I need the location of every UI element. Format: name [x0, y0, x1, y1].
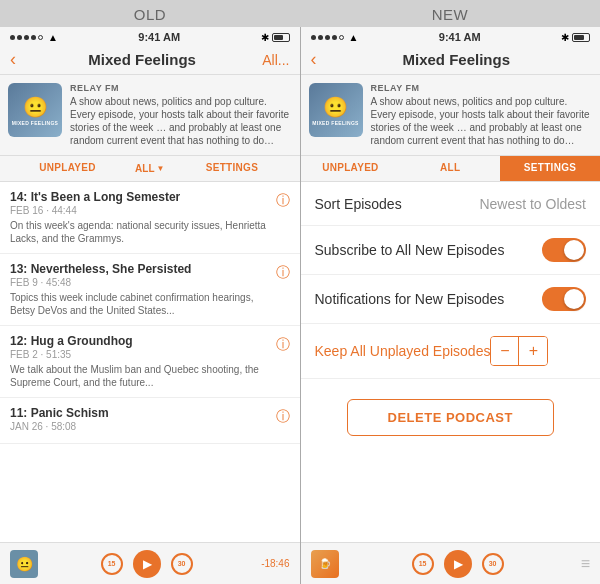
episode-item[interactable]: 14: It's Been a Long Semester FEB 16 · 4… [0, 182, 300, 254]
keep-row[interactable]: Keep All Unplayed Episodes − + [301, 324, 601, 379]
back-arrow-icon[interactable]: ‹ [311, 49, 317, 70]
menu-icon[interactable]: ≡ [581, 555, 590, 573]
skip-forward-label: 30 [178, 560, 186, 567]
episode-date: JAN 26 · 58:08 [10, 421, 270, 432]
dropdown-arrow-icon: ▼ [157, 164, 165, 173]
sort-episodes-value: Newest to Oldest [479, 196, 586, 212]
podcast-network: RELAY FM [371, 83, 593, 93]
player-controls: 15 ▶ 30 [38, 550, 255, 578]
subscribe-row[interactable]: Subscribe to All New Episodes [301, 226, 601, 275]
notifications-toggle[interactable] [542, 287, 586, 311]
skip-back-button[interactable]: 15 [101, 553, 123, 575]
episode-content: 14: It's Been a Long Semester FEB 16 · 4… [10, 190, 270, 245]
new-label: NEW [300, 0, 600, 27]
skip-back-button-new[interactable]: 15 [412, 553, 434, 575]
status-bar-new: ▲ 9:41 AM ✱ [301, 27, 601, 45]
notifications-row[interactable]: Notifications for New Episodes [301, 275, 601, 324]
signal-dot [325, 35, 330, 40]
signal-dot [38, 35, 43, 40]
tab-settings-old[interactable]: SETTINGS [164, 156, 299, 181]
episode-desc: Topics this week include cabinet confirm… [10, 291, 270, 317]
new-panel: ▲ 9:41 AM ✱ ‹ Mixed Feelings 😐 MIXED FEE… [300, 27, 601, 584]
signal-dot [339, 35, 344, 40]
signal-dot [17, 35, 22, 40]
signal-dot [10, 35, 15, 40]
toggle-knob [564, 240, 584, 260]
sort-episodes-label: Sort Episodes [315, 196, 480, 212]
episode-content: 12: Hug a Groundhog FEB 2 · 51:35 We tal… [10, 334, 270, 389]
info-button[interactable]: ⓘ [276, 408, 290, 426]
play-button[interactable]: ▶ [133, 550, 161, 578]
skip-forward-button-new[interactable]: 30 [482, 553, 504, 575]
podcast-info: 😐 MIXED FEELINGS RELAY FM A show about n… [0, 75, 300, 156]
player-time: -18:46 [261, 558, 289, 569]
podcast-description: A show about news, politics and pop cult… [70, 95, 292, 147]
nav-bar-old: ‹ Mixed Feelings All... [0, 45, 300, 75]
settings-list: Sort Episodes Newest to Oldest Subscribe… [301, 182, 601, 542]
player-thumbnail: 😐 [10, 550, 38, 578]
skip-forward-button[interactable]: 30 [171, 553, 193, 575]
podcast-details: RELAY FM A show about news, politics and… [371, 83, 593, 147]
episode-item[interactable]: 11: Panic Schism JAN 26 · 58:08 ⓘ [0, 398, 300, 444]
subscribe-toggle[interactable] [542, 238, 586, 262]
episode-content: 13: Nevertheless, She Persisted FEB 9 · … [10, 262, 270, 317]
nav-bar-new: ‹ Mixed Feelings [301, 45, 601, 75]
nav-title: Mixed Feelings [323, 51, 591, 68]
status-bar-old: ▲ 9:41 AM ✱ [0, 27, 300, 45]
tab-unplayed-new[interactable]: UNPLAYED [301, 156, 401, 181]
tabs-old: UNPLAYED ALL ▼ SETTINGS [0, 156, 300, 182]
stepper-minus-button[interactable]: − [491, 337, 519, 365]
episode-title: 12: Hug a Groundhog [10, 334, 270, 348]
info-button[interactable]: ⓘ [276, 264, 290, 282]
tab-settings-new[interactable]: SETTINGS [500, 156, 600, 181]
signal-dot [318, 35, 323, 40]
podcast-thumbnail: 😐 MIXED FEELINGS [8, 83, 62, 137]
episode-content: 11: Panic Schism JAN 26 · 58:08 [10, 406, 270, 435]
episode-title: 13: Nevertheless, She Persisted [10, 262, 270, 276]
podcast-description: A show about news, politics and pop cult… [371, 95, 593, 147]
player-bar-new: 🍺 15 ▶ 30 ≡ [301, 542, 601, 584]
podcast-info-new: 😐 MIXED FEELINGS RELAY FM A show about n… [301, 75, 601, 156]
delete-btn-row: DELETE PODCAST [301, 379, 601, 456]
nav-title: Mixed Feelings [22, 51, 262, 68]
podcast-details: RELAY FM A show about news, politics and… [70, 83, 292, 147]
old-panel: ▲ 9:41 AM ✱ ‹ Mixed Feelings All... 😐 MI… [0, 27, 300, 584]
wifi-icon: ▲ [349, 32, 359, 43]
toggle-knob [564, 289, 584, 309]
episode-desc: We talk about the Muslim ban and Quebec … [10, 363, 270, 389]
tab-unplayed[interactable]: UNPLAYED [0, 156, 135, 181]
play-icon: ▶ [143, 557, 152, 571]
tab-all[interactable]: ALL ▼ [135, 156, 164, 181]
bluetooth-icon: ✱ [561, 32, 569, 43]
back-arrow-icon[interactable]: ‹ [10, 49, 16, 70]
tab-all-new[interactable]: ALL [400, 156, 500, 181]
player-controls-new: 15 ▶ 30 [339, 550, 577, 578]
info-button[interactable]: ⓘ [276, 336, 290, 354]
bluetooth-icon: ✱ [261, 32, 269, 43]
episode-item[interactable]: 12: Hug a Groundhog FEB 2 · 51:35 We tal… [0, 326, 300, 398]
episode-title: 11: Panic Schism [10, 406, 270, 420]
player-thumbnail-new: 🍺 [311, 550, 339, 578]
signal-dot [332, 35, 337, 40]
stepper-plus-button[interactable]: + [519, 337, 547, 365]
wifi-icon: ▲ [48, 32, 58, 43]
delete-podcast-button[interactable]: DELETE PODCAST [347, 399, 554, 436]
episodes-stepper[interactable]: − + [490, 336, 548, 366]
info-button[interactable]: ⓘ [276, 192, 290, 210]
episode-date: FEB 2 · 51:35 [10, 349, 270, 360]
episode-date: FEB 16 · 44:44 [10, 205, 270, 216]
episode-item[interactable]: 13: Nevertheless, She Persisted FEB 9 · … [0, 254, 300, 326]
sort-episodes-row[interactable]: Sort Episodes Newest to Oldest [301, 182, 601, 226]
tabs-new: UNPLAYED ALL SETTINGS [301, 156, 601, 182]
status-time: 9:41 AM [439, 31, 481, 43]
episode-date: FEB 9 · 45:48 [10, 277, 270, 288]
battery-icon [272, 33, 290, 42]
podcast-thumbnail: 😐 MIXED FEELINGS [309, 83, 363, 137]
skip-forward-label: 30 [489, 560, 497, 567]
battery-icon [572, 33, 590, 42]
play-button-new[interactable]: ▶ [444, 550, 472, 578]
play-icon: ▶ [454, 557, 463, 571]
episode-list[interactable]: 14: It's Been a Long Semester FEB 16 · 4… [0, 182, 300, 542]
all-link[interactable]: All... [262, 52, 289, 68]
skip-back-label: 15 [419, 560, 427, 567]
